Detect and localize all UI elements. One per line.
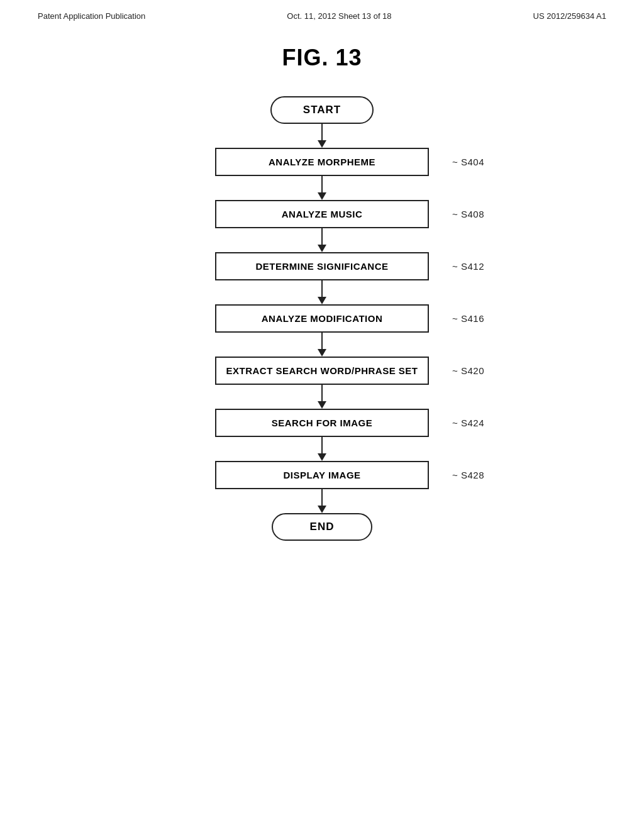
arrow-head-6 [318,453,326,461]
step-node-5: SEARCH FOR IMAGE~ S424 [215,409,429,437]
arrow-6 [165,437,479,461]
arrow-end [165,489,479,513]
step-node-6: DISPLAY IMAGE~ S428 [215,461,429,489]
step-node-1: ANALYZE MUSIC~ S408 [215,200,429,228]
step-row-3: ANALYZE MODIFICATION~ S416 [165,304,479,333]
arrow-3 [165,280,479,304]
arrow-2 [165,228,479,252]
step-label-3: ~ S416 [452,313,484,324]
arrow-head-4 [318,349,326,357]
arrow-0 [318,124,326,148]
arrow-line-1 [321,176,323,192]
arrow-head-0 [318,140,326,148]
step-node-0: ANALYZE MORPHEME~ S404 [215,148,429,176]
steps-container: ANALYZE MORPHEME~ S404ANALYZE MUSIC~ S40… [165,148,479,513]
arrow-4 [165,333,479,357]
header-right: US 2012/259634 A1 [533,11,606,21]
step-row-4: EXTRACT SEARCH WORD/PHRASE SET~ S420 [165,357,479,385]
step-label-4: ~ S420 [452,365,484,376]
page: Patent Application Publication Oct. 11, … [0,0,644,830]
arrow-head-end [318,506,326,513]
end-node: END [272,513,372,541]
step-label-1: ~ S408 [452,209,484,219]
start-node-row: START [165,96,479,124]
arrow-head-3 [318,297,326,304]
step-node-4: EXTRACT SEARCH WORD/PHRASE SET~ S420 [215,357,429,385]
arrow-line-2 [321,228,323,245]
step-node-2: DETERMINE SIGNIFICANCE~ S412 [215,252,429,280]
step-row-2: DETERMINE SIGNIFICANCE~ S412 [165,252,479,280]
step-row-5: SEARCH FOR IMAGE~ S424 [165,409,479,437]
step-row-1: ANALYZE MUSIC~ S408 [165,200,479,228]
header: Patent Application Publication Oct. 11, … [0,0,644,26]
figure-title: FIG. 13 [282,45,362,71]
step-node-3: ANALYZE MODIFICATION~ S416 [215,304,429,333]
step-row-6: DISPLAY IMAGE~ S428 [165,461,479,489]
header-center: Oct. 11, 2012 Sheet 13 of 18 [287,11,391,21]
header-left: Patent Application Publication [38,11,145,21]
main-content: FIG. 13 START ANALYZE MORPHEME~ S404ANAL… [0,26,644,541]
arrow-line-4 [321,333,323,349]
start-node: START [270,96,374,124]
arrow-line-6 [321,437,323,453]
step-label-6: ~ S428 [452,470,484,480]
arrow-line-5 [321,385,323,401]
step-label-5: ~ S424 [452,418,484,428]
end-node-row: END [165,513,479,541]
step-label-2: ~ S412 [452,261,484,272]
flowchart: START ANALYZE MORPHEME~ S404ANALYZE MUSI… [146,96,498,541]
arrow-5 [165,385,479,409]
arrow-head-5 [318,401,326,409]
arrow-line-0 [321,124,323,140]
arrow-head-2 [318,245,326,252]
arrow-line-3 [321,280,323,297]
arrow-line-end [321,489,323,506]
step-label-0: ~ S404 [452,157,484,167]
step-row-0: ANALYZE MORPHEME~ S404 [165,148,479,176]
arrow-1 [165,176,479,200]
arrow-head-1 [318,192,326,200]
